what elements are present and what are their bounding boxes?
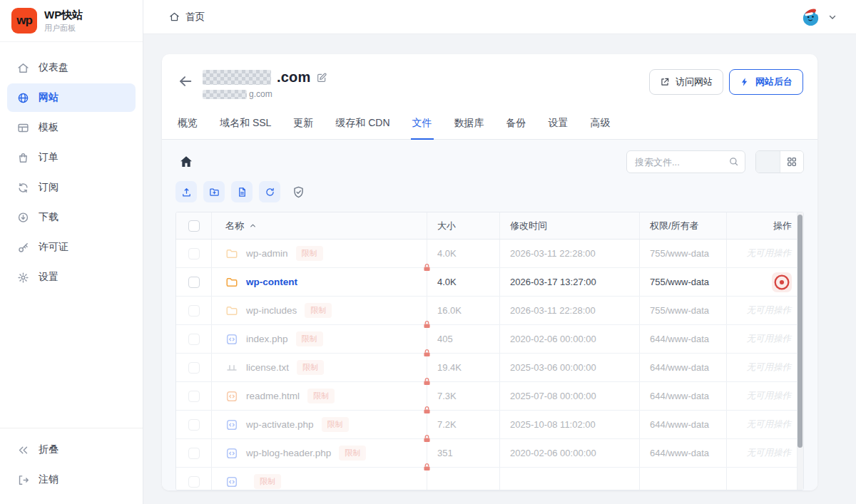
upload-button[interactable] — [175, 181, 197, 202]
row-checkbox[interactable] — [188, 277, 200, 288]
restricted-badge: 限制 — [322, 417, 349, 432]
file-perms: 644/www-data — [650, 448, 709, 458]
row-checkbox[interactable] — [188, 362, 200, 374]
sidebar-item-subscriptions[interactable]: 订阅 — [7, 173, 136, 202]
scrollbar-thumb[interactable] — [798, 215, 802, 448]
sidebar-item-collapse[interactable]: 折叠 — [7, 436, 136, 464]
col-perms[interactable]: 权限/所有者 — [650, 220, 699, 232]
refresh-button[interactable] — [259, 181, 280, 202]
grid-view-button[interactable] — [780, 151, 803, 173]
back-button[interactable] — [175, 71, 196, 92]
lock-icon — [422, 463, 432, 472]
tab-域名和 SSL[interactable]: 域名和 SSL — [218, 110, 272, 140]
sidebar-item-logout[interactable]: 注销 — [7, 466, 136, 494]
cycle-icon — [17, 182, 29, 194]
grid-icon — [786, 156, 798, 168]
search-box — [626, 150, 745, 173]
download-icon — [17, 212, 29, 224]
sort-asc-icon[interactable] — [249, 222, 257, 230]
folder-icon — [225, 247, 238, 260]
table-row: readme.html 限制 7.3K 2025-07-08 00:00:00 … — [176, 382, 803, 411]
chevron-down-icon — [827, 12, 837, 22]
wp-logo-icon: wp — [11, 8, 37, 34]
avatar — [800, 6, 821, 27]
table-body: wp-admin 限制 4.0K 2026-03-11 22:28:00 755… — [176, 240, 803, 490]
file-size: 351 — [437, 448, 453, 458]
tab-更新[interactable]: 更新 — [292, 110, 315, 140]
col-mtime[interactable]: 修改时间 — [510, 220, 547, 232]
tab-缓存和 CDN[interactable]: 缓存和 CDN — [334, 110, 391, 140]
refresh-icon — [265, 187, 275, 197]
file-name[interactable]: wp-content — [246, 277, 297, 287]
row-action-button[interactable] — [772, 272, 792, 292]
select-all-checkbox[interactable] — [188, 220, 200, 232]
visit-site-button[interactable]: 访问网站 — [649, 69, 723, 95]
button-label: 访问网站 — [676, 76, 713, 88]
shield-check-icon[interactable] — [292, 185, 305, 199]
file-perms: 644/www-data — [650, 362, 709, 373]
bag-icon — [17, 152, 29, 164]
sidebar-item-orders[interactable]: 订单 — [7, 143, 136, 172]
file-name: wp-admin — [246, 248, 288, 259]
folder-icon — [225, 276, 238, 289]
row-checkbox[interactable] — [188, 419, 200, 431]
header-actions: 访问网站 网站后台 — [649, 69, 803, 95]
file-perms: 644/www-data — [650, 334, 709, 344]
sidebar-item-settings[interactable]: 设置 — [7, 263, 136, 292]
file-mtime: 2025-03-06 00:00:00 — [510, 362, 596, 373]
col-name[interactable]: 名称 — [225, 220, 244, 232]
site-admin-button[interactable]: 网站后台 — [729, 69, 803, 95]
sidebar-item-downloads[interactable]: 下载 — [7, 203, 136, 232]
file-mtime: 2026-03-11 22:28:00 — [510, 248, 596, 259]
tab-bar: 概览域名和 SSL更新缓存和 CDN文件数据库备份设置高级 — [162, 110, 817, 140]
sidebar-item-licenses[interactable]: 许可证 — [7, 233, 136, 262]
edit-icon[interactable] — [316, 72, 327, 83]
sidebar-footer: 折叠 注销 — [0, 428, 143, 501]
main-content: .com g.com 访问网站 网站后台 概览域名和 SSL更新缓存和 CD — [143, 34, 856, 504]
tab-备份[interactable]: 备份 — [505, 110, 528, 140]
tab-设置[interactable]: 设置 — [547, 110, 570, 140]
file-perms: 755/www-data — [650, 248, 709, 259]
file-perms: 755/www-data — [650, 305, 709, 316]
no-action-text: 无可用操作 — [747, 333, 792, 345]
row-checkbox[interactable] — [188, 448, 200, 459]
new-file-button[interactable] — [231, 181, 253, 202]
table-row: wp-admin 限制 4.0K 2026-03-11 22:28:00 755… — [176, 240, 803, 268]
row-checkbox[interactable] — [188, 305, 200, 317]
row-checkbox[interactable] — [188, 476, 200, 488]
app-subtitle: 用户面板 — [44, 23, 83, 34]
lock-icon — [422, 406, 432, 415]
file-name: license.txt — [246, 362, 289, 373]
tab-文件[interactable]: 文件 — [411, 110, 434, 140]
file-size: 405 — [437, 334, 453, 344]
restricted-badge: 限制 — [297, 360, 324, 375]
sidebar-item-label: 仪表盘 — [39, 61, 68, 74]
code-orange-file-icon — [225, 390, 238, 403]
row-checkbox[interactable] — [188, 248, 200, 259]
fm-home-button[interactable] — [175, 151, 197, 173]
search-input[interactable] — [626, 150, 745, 173]
sidebar-item-label: 下载 — [39, 211, 58, 224]
tab-高级[interactable]: 高级 — [589, 110, 612, 140]
no-action-text: 无可用操作 — [747, 361, 792, 374]
file-mtime: 2026-03-17 13:27:00 — [510, 277, 596, 287]
sidebar-item-templates[interactable]: 模板 — [7, 113, 136, 142]
row-checkbox[interactable] — [188, 391, 200, 402]
file-mtime: 2026-03-11 22:28:00 — [510, 305, 596, 316]
tab-数据库[interactable]: 数据库 — [453, 110, 486, 140]
user-menu[interactable] — [800, 6, 837, 27]
row-checkbox[interactable] — [188, 334, 200, 345]
app-title: WP快站 — [44, 9, 83, 21]
file-mtime: 2025-07-08 00:00:00 — [510, 391, 596, 401]
code-blue-file-icon — [225, 475, 238, 488]
code-blue-file-icon — [225, 333, 238, 346]
col-size[interactable]: 大小 — [437, 220, 456, 232]
tab-概览[interactable]: 概览 — [176, 110, 199, 140]
sidebar-item-dashboard[interactable]: 仪表盘 — [7, 53, 136, 82]
restricted-badge: 限制 — [307, 389, 335, 403]
new-folder-button[interactable] — [203, 181, 225, 202]
sidebar-item-websites[interactable]: 网站 — [7, 83, 136, 112]
list-view-button[interactable] — [756, 151, 780, 173]
no-action-text: 无可用操作 — [747, 304, 792, 317]
breadcrumb[interactable]: 首页 — [169, 11, 205, 24]
